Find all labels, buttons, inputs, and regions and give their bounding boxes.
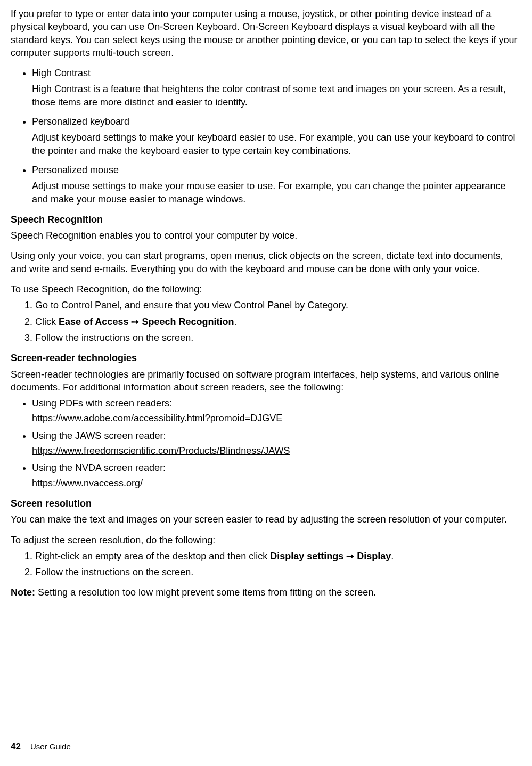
step-text: . bbox=[391, 551, 394, 561]
resolution-p2: To adjust the screen resolution, do the … bbox=[11, 534, 521, 547]
speech-p2: Using only your voice, you can start pro… bbox=[11, 249, 521, 275]
reader-link-nvda[interactable]: https://www.nvaccess.org/ bbox=[32, 478, 143, 488]
heading-screen-resolution: Screen resolution bbox=[11, 497, 521, 510]
step-text: Click bbox=[35, 316, 59, 327]
bullet-body: High Contrast is a feature that heighten… bbox=[32, 83, 521, 109]
resolution-steps: Right-click an empty area of the desktop… bbox=[11, 550, 521, 579]
feature-bullets: High Contrast High Contrast is a feature… bbox=[11, 67, 521, 206]
resolution-note: Note: Setting a resolution too low might… bbox=[11, 586, 521, 599]
footer-doc-title: User Guide bbox=[30, 742, 71, 751]
speech-step-3: Follow the instructions on the screen. bbox=[35, 331, 521, 344]
heading-speech-recognition: Speech Recognition bbox=[11, 213, 521, 226]
reader-item-pdf: Using PDFs with screen readers: https://… bbox=[32, 397, 521, 425]
step-text: . bbox=[234, 316, 236, 327]
bullet-title: High Contrast bbox=[32, 67, 521, 79]
bullet-title: Personalized mouse bbox=[32, 164, 521, 176]
page-number: 42 bbox=[11, 741, 21, 752]
reader-link-pdf[interactable]: https://www.adobe.com/accessibility.html… bbox=[32, 413, 282, 423]
reader-item-label: Using PDFs with screen readers: bbox=[32, 397, 521, 410]
bullet-body: Adjust mouse settings to make your mouse… bbox=[32, 180, 521, 206]
heading-screen-reader: Screen-reader technologies bbox=[11, 352, 521, 364]
page-footer: 42User Guide bbox=[11, 741, 71, 753]
resolution-step-2: Follow the instructions on the screen. bbox=[35, 566, 521, 578]
arrow-icon: ➙ bbox=[343, 551, 357, 561]
bullet-personalized-keyboard: Personalized keyboard Adjust keyboard se… bbox=[32, 115, 521, 157]
step-bold: Speech Recognition bbox=[142, 316, 234, 327]
reader-item-label: Using the NVDA screen reader: bbox=[32, 461, 521, 474]
resolution-step-1: Right-click an empty area of the desktop… bbox=[35, 550, 521, 563]
speech-steps: Go to Control Panel, and ensure that you… bbox=[11, 299, 521, 344]
speech-p1: Speech Recognition enables you to contro… bbox=[11, 229, 521, 242]
bullet-high-contrast: High Contrast High Contrast is a feature… bbox=[32, 67, 521, 109]
intro-paragraph: If you prefer to type or enter data into… bbox=[11, 7, 521, 59]
speech-step-1: Go to Control Panel, and ensure that you… bbox=[35, 299, 521, 312]
speech-step-2: Click Ease of Access ➙ Speech Recognitio… bbox=[35, 315, 521, 328]
reader-links: Using PDFs with screen readers: https://… bbox=[11, 397, 521, 490]
arrow-icon: ➙ bbox=[128, 316, 142, 327]
step-bold: Display settings bbox=[270, 551, 343, 561]
resolution-p1: You can make the text and images on your… bbox=[11, 513, 521, 526]
reader-link-jaws[interactable]: https://www.freedomscientific.com/Produc… bbox=[32, 445, 290, 456]
reader-item-jaws: Using the JAWS screen reader: https://ww… bbox=[32, 429, 521, 458]
step-bold: Display bbox=[357, 551, 391, 561]
step-bold: Ease of Access bbox=[59, 316, 128, 327]
bullet-personalized-mouse: Personalized mouse Adjust mouse settings… bbox=[32, 164, 521, 206]
reader-item-nvda: Using the NVDA screen reader: https://ww… bbox=[32, 461, 521, 490]
bullet-title: Personalized keyboard bbox=[32, 115, 521, 128]
reader-p1: Screen-reader technologies are primarily… bbox=[11, 368, 521, 394]
reader-item-label: Using the JAWS screen reader: bbox=[32, 429, 521, 442]
bullet-body: Adjust keyboard settings to make your ke… bbox=[32, 131, 521, 157]
page-content: If you prefer to type or enter data into… bbox=[0, 0, 532, 766]
note-body: Setting a resolution too low might preve… bbox=[38, 587, 376, 598]
note-label: Note: bbox=[11, 587, 38, 598]
speech-p3: To use Speech Recognition, do the follow… bbox=[11, 283, 521, 296]
step-text: Right-click an empty area of the desktop… bbox=[35, 551, 270, 561]
